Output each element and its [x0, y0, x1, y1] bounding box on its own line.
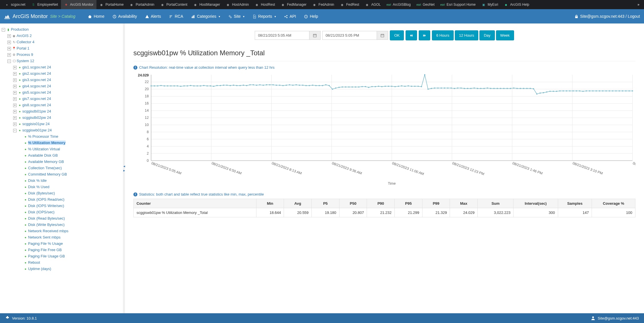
table-header[interactable]: P5 — [312, 199, 339, 208]
tree-node-label[interactable]: Disk (Write Bytes/sec) — [28, 222, 65, 227]
table-header[interactable]: Interval(sec) — [513, 199, 558, 208]
tree-node-label[interactable]: Disk (IOPS/sec) — [28, 210, 54, 214]
tree-node-label[interactable]: Uptime (days) — [28, 267, 51, 271]
browser-tab[interactable]: ◉FedManager — [278, 0, 309, 9]
browser-tab[interactable]: ◉HostManager — [190, 0, 223, 9]
app-brand[interactable]: ArcGIS Monitor — [4, 13, 48, 19]
tree-node-label[interactable]: scggiswb01pw 24 — [22, 128, 52, 132]
tree-node-label[interactable]: Committed Memory GB — [28, 172, 67, 176]
nav-alerts[interactable]: Alerts — [141, 9, 165, 23]
tree-node-label[interactable]: Disk % Idle — [28, 178, 47, 183]
tree-node-label[interactable]: gis1.scgov.net 24 — [22, 65, 51, 69]
nav-availability[interactable]: Availability — [108, 9, 141, 23]
browser-tab[interactable]: ◉FedRest — [337, 0, 362, 9]
tree-node-label[interactable]: Paging File Usage GB — [28, 254, 65, 258]
table-header[interactable]: Min — [256, 199, 284, 208]
browser-tab[interactable]: ◉HostAdmin — [223, 0, 252, 9]
range-button-day[interactable]: Day — [479, 30, 495, 40]
browser-tab[interactable]: esriArcGISBlog — [384, 0, 414, 9]
tree-node-label[interactable]: Portal 1 — [17, 46, 29, 50]
expand-icon[interactable]: + — [13, 104, 17, 107]
browser-tab[interactable]: ◉PortalContent — [157, 0, 190, 9]
table-header[interactable]: P50 — [339, 199, 367, 208]
nav-home[interactable]: Home — [84, 9, 108, 23]
range-button-12-hours[interactable]: 12 Hours — [455, 30, 479, 40]
browser-tab[interactable]: esriGeoNet — [414, 0, 437, 9]
step-forward-button[interactable] — [419, 30, 430, 40]
expand-icon[interactable]: + — [13, 72, 17, 76]
browser-tab[interactable]: ◉HostRest — [252, 0, 278, 9]
tree-node-label[interactable]: gis4.scgov.net 24 — [22, 84, 51, 88]
tree-node-label[interactable]: Available Memory GB — [28, 159, 64, 164]
table-header[interactable]: Max — [450, 199, 478, 208]
tree-node-label[interactable]: Available Disk GB — [28, 153, 58, 157]
expand-icon[interactable]: + — [13, 85, 17, 88]
table-header[interactable]: Avg — [284, 199, 312, 208]
collapse-left-icon[interactable]: ◄ — [123, 165, 126, 168]
collapse-icon[interactable]: − — [2, 28, 5, 31]
footer-site[interactable]: Site@gsm.scgov.net:443 — [598, 316, 639, 320]
expand-icon[interactable]: + — [7, 53, 11, 57]
start-date-input[interactable] — [255, 31, 309, 40]
expand-icon[interactable]: + — [13, 123, 17, 126]
table-header[interactable]: Sum — [478, 199, 513, 208]
tree-node-label[interactable]: Disk (IOPS Write/sec) — [28, 204, 64, 208]
tree-node-label[interactable]: % Processor Time — [28, 134, 58, 139]
tree-node-label[interactable]: scggisdb02pw 24 — [22, 115, 51, 120]
browser-tab[interactable]: ◆ArcGIS Help — [501, 0, 532, 9]
table-header[interactable]: P99 — [422, 199, 450, 208]
expand-icon[interactable]: + — [7, 34, 11, 38]
ok-button[interactable]: OK — [390, 30, 404, 40]
calendar-icon[interactable] — [377, 31, 388, 40]
collapse-icon[interactable]: − — [7, 60, 11, 63]
tree-node-label[interactable]: gis3.scgov.net 24 — [22, 78, 51, 82]
tree-node-label[interactable]: % Utilization Memory — [28, 141, 66, 145]
range-button-6-hours[interactable]: 6 Hours — [432, 30, 454, 40]
browser-tab[interactable]: SEmployeeNet — [28, 0, 61, 9]
calendar-icon[interactable] — [309, 31, 321, 40]
browser-tab[interactable]: esriEsri Support Home — [437, 0, 478, 9]
tree-node-label[interactable]: gis7.scgov.net 24 — [22, 96, 51, 101]
nav-api[interactable]: API — [280, 9, 300, 23]
browser-tab[interactable]: ◉AGOL — [362, 0, 384, 9]
step-back-button[interactable] — [406, 30, 417, 40]
tree-node-label[interactable]: Disk (Read Bytes/sec) — [28, 216, 65, 220]
tree-node-label[interactable]: Collection Time(sec) — [28, 166, 62, 170]
tree-node-label[interactable]: ArcGIS 2 — [17, 34, 32, 38]
table-header[interactable]: Counter — [134, 199, 256, 208]
tabs-overflow-icon[interactable]: » — [635, 3, 642, 7]
range-button-week[interactable]: Week — [496, 30, 514, 40]
navbar-site-info[interactable]: Site@gsm.scgov.net:443 / Logout — [580, 14, 640, 19]
nav-rca[interactable]: RCA — [165, 9, 187, 23]
tree-node-label[interactable]: Disk (IOPS Read/sec) — [28, 197, 64, 202]
expand-icon[interactable]: + — [7, 47, 11, 50]
tree-node-label[interactable]: gis2.scgov.net 24 — [22, 71, 51, 76]
tree-node-label[interactable]: gis5.scgov.net 24 — [22, 90, 51, 94]
table-header[interactable]: P95 — [395, 199, 422, 208]
nav-help[interactable]: ?Help — [300, 9, 322, 23]
expand-icon[interactable]: + — [13, 97, 17, 101]
tree-node-label[interactable]: gis8.scgov.net 24 — [22, 103, 51, 107]
chart[interactable]: 024681012141618202224.02908/21/2023 5:05… — [133, 72, 635, 186]
table-header[interactable]: Samples — [558, 199, 592, 208]
tree-node-label[interactable]: System 12 — [17, 59, 34, 63]
browser-tab[interactable]: ◉FedAdmin — [309, 0, 337, 9]
tree-node-label[interactable]: Network Sent mbps — [28, 235, 60, 239]
browser-tab[interactable]: ✚ArcGIS Monitor — [61, 0, 96, 9]
tree-node-label[interactable]: Disk % Used — [28, 185, 49, 189]
expand-icon[interactable]: + — [7, 41, 11, 44]
expand-right-icon[interactable]: ► — [123, 169, 126, 172]
tree-node-label[interactable]: Production — [11, 27, 29, 31]
tree-node-label[interactable]: Reboot — [28, 260, 40, 265]
tree-node-label[interactable]: scggisis01pw 24 — [22, 122, 50, 126]
browser-tab[interactable]: ▣MyEsri — [479, 0, 501, 9]
tree-node-label[interactable]: Process 9 — [17, 52, 33, 57]
tree-node-label[interactable]: Paging File Free GB — [28, 248, 62, 252]
table-header[interactable]: P90 — [367, 199, 395, 208]
tree-node-label[interactable]: Disk (Bytes/sec) — [28, 191, 55, 195]
tree-node-label[interactable]: Collector 4 — [17, 40, 34, 44]
sidebar-resizer[interactable]: ◄► — [123, 23, 125, 313]
browser-tab[interactable]: ◉PortalAdmin — [127, 0, 157, 9]
browser-tab[interactable]: ◉PortalHome — [96, 0, 127, 9]
tree-node-label[interactable]: scggisdb01pw 24 — [22, 109, 51, 113]
